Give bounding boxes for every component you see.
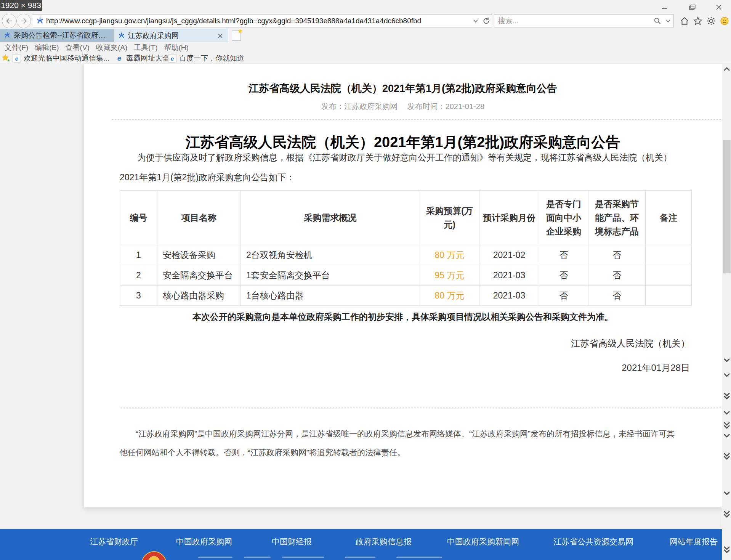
favorite-item-baidu[interactable]: e 百度一下，你就知道 [168, 54, 244, 63]
chevron-down-icon [666, 19, 670, 22]
table-row: 1 安检设备采购 2台双视角安检机 80 万元 2021-02 否 否 [120, 245, 692, 265]
footer-link-china-finance-news[interactable]: 中国财经报 [272, 536, 312, 547]
publisher: 发布：江苏政府采购网 [321, 102, 398, 111]
forward-arrow-icon [19, 17, 28, 25]
cell-budget: 80 万元 [420, 286, 479, 306]
chevron-down-icon [473, 19, 478, 22]
menu-file[interactable]: 文件(F) [4, 43, 29, 53]
menu-edit[interactable]: 编辑(E) [34, 43, 59, 53]
col-header-remark: 备注 [646, 191, 692, 245]
star-icon [693, 16, 703, 26]
footer-link-procurement-news[interactable]: 中国政府采购新闻网 [447, 536, 519, 547]
feedback-button[interactable] [719, 16, 730, 26]
cell-name: 安全隔离交换平台 [157, 265, 241, 286]
scroll-chevron-icon [723, 490, 730, 497]
ie-page-icon: e [168, 54, 176, 63]
back-button[interactable] [2, 14, 16, 28]
footer-link-ccgp[interactable]: 中国政府采购网 [176, 536, 232, 547]
publish-meta: 发布：江苏政府采购网 发布时间：2021-01-28 [84, 101, 722, 112]
favorite-item-china-mobile[interactable]: e 欢迎光临中国移动通信集... [13, 54, 109, 63]
jiangsu-logo-icon [4, 31, 11, 40]
cell-name: 安检设备采购 [157, 245, 241, 265]
home-icon [680, 16, 689, 26]
settings-button[interactable] [706, 16, 717, 26]
refresh-icon [482, 17, 491, 25]
window-close-button[interactable] [713, 3, 725, 11]
browser-toolbar-icons [679, 16, 730, 26]
menu-tools[interactable]: 工具(T) [133, 43, 158, 53]
cell-green: 否 [588, 286, 646, 306]
cell-month: 2021-03 [479, 286, 539, 306]
col-header-budget: 采购预算(万元) [420, 191, 479, 245]
search-box [494, 14, 674, 27]
scroll-up-button[interactable] [723, 66, 730, 73]
table-row: 2 安全隔离交换平台 1套安全隔离交换平台 95 万元 2021-03 否 否 [120, 265, 692, 286]
site-footer: 江苏省财政厅 中国政府采购网 中国财经报 政府采购信息报 中国政府采购新闻网 江… [0, 529, 722, 560]
cell-green: 否 [588, 265, 646, 286]
favorite-label: 欢迎光临中国移动通信集... [24, 53, 109, 63]
col-header-desc: 采购需求概况 [241, 191, 420, 245]
footer-subtext-fragment [244, 557, 271, 558]
smiley-icon [720, 16, 729, 26]
scroll-chevron-icon [723, 372, 730, 379]
footer-link-jiangsu-finance[interactable]: 江苏省财政厅 [90, 536, 138, 547]
cell-remark [646, 265, 692, 286]
new-tab-button[interactable] [232, 30, 241, 41]
scrollbar-thumb[interactable] [723, 140, 731, 273]
refresh-button[interactable] [481, 15, 492, 27]
tab-search-results[interactable]: 采购公告检索--江苏省政府采购... [0, 29, 114, 42]
add-favorite-button[interactable] [2, 54, 11, 64]
cell-budget: 95 万元 [420, 265, 479, 286]
cell-month: 2021-03 [479, 265, 539, 286]
table-row: 3 核心路由器采购 1台核心路由器 80 万元 2021-03 否 否 [120, 286, 692, 306]
favorite-label: 百度一下，你就知道 [179, 53, 244, 63]
back-arrow-icon [5, 17, 13, 25]
footer-subtext-fragment [396, 557, 442, 558]
closing-note: 本次公开的采购意向是本单位政府采购工作的初步安排，具体采购项目情况以相关采购公告… [84, 311, 722, 323]
search-dropdown-button[interactable] [663, 15, 673, 27]
window-maximize-button[interactable] [686, 3, 697, 11]
cell-no: 3 [120, 286, 157, 306]
favorites-button[interactable] [693, 16, 703, 26]
jiangsu-logo-icon [36, 16, 44, 24]
close-icon [218, 33, 223, 39]
dotted-divider [120, 408, 721, 408]
col-header-name: 项目名称 [157, 191, 241, 245]
scroll-chevron-icon [723, 433, 730, 440]
close-icon [715, 4, 723, 11]
ie-page-icon: e [13, 54, 21, 63]
tab-jiangsu-procurement[interactable]: 江苏政府采购网 [114, 29, 228, 42]
tab-close-button[interactable] [216, 32, 224, 40]
scroll-chevron-icon [723, 410, 730, 417]
forward-button[interactable] [16, 14, 31, 28]
cell-remark [646, 286, 692, 306]
favorite-item-duba[interactable]: e 毒霸网址大全 [115, 54, 170, 63]
article-sheet: 江苏省高级人民法院（机关）2021年第1月(第2批)政府采购意向公告 发布：江苏… [84, 64, 722, 507]
address-dropdown-button[interactable] [470, 15, 481, 27]
footer-link-procurement-info[interactable]: 政府采购信息报 [356, 536, 412, 547]
cell-sme: 否 [539, 286, 588, 306]
home-button[interactable] [679, 16, 690, 26]
menu-view[interactable]: 查看(V) [65, 43, 90, 53]
tab-label: 采购公告检索--江苏省政府采购... [14, 30, 109, 40]
footer-subtext-fragment [282, 557, 324, 558]
cell-no: 2 [120, 265, 157, 286]
publish-time: 发布时间：2021-01-28 [407, 102, 484, 111]
footer-link-public-resources[interactable]: 江苏省公共资源交易网 [553, 536, 633, 547]
cell-no: 1 [120, 245, 157, 265]
dotted-divider [112, 119, 721, 120]
menu-help[interactable]: 帮助(H) [164, 43, 189, 53]
search-input[interactable] [494, 17, 652, 25]
search-button[interactable] [652, 15, 663, 27]
table-header-row: 编号 项目名称 采购需求概况 采购预算(万元) 预计采购月份 是否专门面向中小企… [120, 191, 692, 245]
intro-paragraph: 为便于供应商及时了解政府采购信息，根据《江苏省财政厅关于做好意向公开工作的通知》… [120, 148, 691, 187]
menu-favorites[interactable]: 收藏夹(A) [95, 43, 128, 53]
vertical-scrollbar[interactable] [722, 64, 731, 560]
copyright-disclaimer: “江苏政府采购网”是中国政府采购网江苏分网，是江苏省级唯一的政府采购信息发布网络… [120, 424, 679, 462]
add-favorite-star-icon [2, 54, 11, 63]
url-input[interactable] [44, 17, 470, 25]
search-icon [653, 17, 662, 25]
cell-remark [646, 245, 692, 265]
window-minimize-button[interactable] [659, 3, 670, 11]
footer-link-annual-report[interactable]: 网站年度报告 [670, 536, 718, 547]
